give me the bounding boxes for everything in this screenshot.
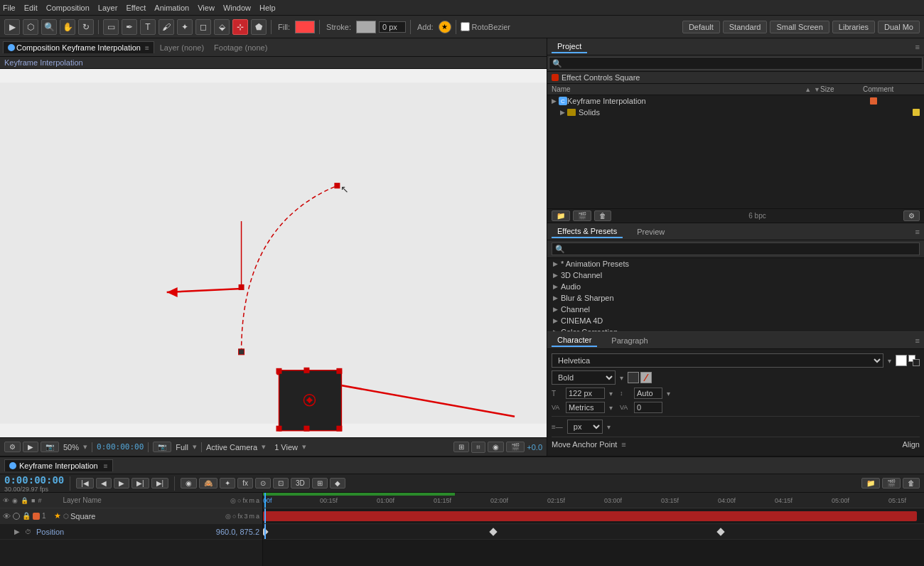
size-arrow[interactable]: ▾ bbox=[609, 390, 613, 397]
workspace-small[interactable]: Small Screen bbox=[770, 21, 829, 33]
timeline-menu-icon[interactable]: ≡ bbox=[104, 462, 108, 470]
delete-item-btn[interactable]: 🗑 bbox=[594, 210, 611, 221]
render-btn[interactable]: 🎬 bbox=[506, 442, 525, 452]
text-color-swatch[interactable] bbox=[896, 355, 907, 366]
tracking-input[interactable] bbox=[634, 388, 662, 399]
comp-tab-main[interactable]: Composition Keyframe Interpolation ≡ bbox=[3, 41, 154, 53]
effects-menu-icon[interactable]: ≡ bbox=[915, 228, 920, 236]
tab-character[interactable]: Character bbox=[552, 334, 597, 347]
btn-go-start[interactable]: |◀ bbox=[76, 478, 94, 488]
grid-btn[interactable]: ⊞ bbox=[453, 442, 469, 452]
add-button[interactable]: ★ bbox=[439, 21, 451, 33]
units-arrow[interactable]: ▾ bbox=[607, 423, 611, 431]
menu-layer[interactable]: Layer bbox=[98, 4, 118, 12]
tool-roto[interactable]: ⬙ bbox=[214, 19, 230, 35]
btn-fx[interactable]: fx bbox=[237, 478, 253, 488]
font-size-input[interactable] bbox=[566, 388, 605, 399]
font-style-select[interactable]: Bold bbox=[552, 370, 616, 385]
zoom-dropdown-icon[interactable]: ▾ bbox=[83, 442, 87, 452]
units-select[interactable]: px bbox=[567, 420, 603, 434]
font-style-arrow[interactable]: ▾ bbox=[620, 374, 623, 382]
hdr-fx-ctrl[interactable]: fx bbox=[242, 497, 247, 504]
menu-file[interactable]: File bbox=[3, 4, 16, 12]
btn-keys[interactable]: ◆ bbox=[330, 478, 345, 488]
effect-audio[interactable]: ▶ Audio bbox=[547, 281, 924, 292]
menu-effect[interactable]: Effect bbox=[126, 4, 146, 12]
playhead[interactable] bbox=[264, 493, 266, 508]
track-position-row[interactable] bbox=[263, 524, 924, 540]
tool-camera-rotate[interactable]: ↻ bbox=[78, 19, 94, 35]
track-square-row[interactable] bbox=[263, 508, 924, 524]
quality-dropdown[interactable]: ▾ bbox=[193, 442, 197, 452]
prop-expand[interactable]: ▶ bbox=[14, 528, 20, 535]
effect-blur[interactable]: ▶ Blur & Sharpen bbox=[547, 292, 924, 304]
prop-stopwatch-icon[interactable]: ⏱ bbox=[25, 528, 31, 535]
btn-3d[interactable]: 3D bbox=[291, 478, 310, 488]
no-fill-swatch[interactable]: ⁄ bbox=[640, 372, 652, 383]
expand-comp[interactable]: ▶ bbox=[552, 97, 557, 105]
layer-track-bar[interactable] bbox=[263, 511, 917, 521]
btn-next-frame[interactable]: ▶| bbox=[131, 478, 149, 488]
move-anchor-menu[interactable]: ≡ bbox=[621, 440, 625, 449]
metrics-arrow[interactable]: ▾ bbox=[609, 404, 613, 412]
tool-brush[interactable]: 🖌 bbox=[159, 19, 174, 35]
comp-preview-btn[interactable]: ▶ bbox=[23, 442, 38, 452]
effects-search-input[interactable] bbox=[552, 242, 920, 255]
project-settings-btn[interactable]: ⚙ bbox=[903, 210, 920, 221]
menu-animation[interactable]: Animation bbox=[154, 4, 189, 12]
comp-camera-btn[interactable]: 📷 bbox=[153, 442, 171, 452]
tab-project[interactable]: Project bbox=[552, 41, 587, 53]
tracking-arrow[interactable]: ▾ bbox=[667, 390, 670, 397]
font-family-arrow[interactable]: ▾ bbox=[888, 357, 891, 365]
tool-eraser[interactable]: ◻ bbox=[195, 19, 211, 35]
btn-play[interactable]: ▶ bbox=[114, 478, 129, 488]
expand-solids[interactable]: ▶ bbox=[560, 109, 565, 116]
menu-edit[interactable]: Edit bbox=[24, 4, 38, 12]
project-search-input[interactable] bbox=[549, 57, 923, 70]
layer-row-square[interactable]: 👁 🔒 1 ★ ⬡ Square ◎ ○ fx 3 m a bbox=[0, 508, 262, 524]
comp-snapshot-btn[interactable]: 📷 bbox=[41, 442, 59, 452]
views-dropdown[interactable]: ▾ bbox=[302, 442, 306, 452]
tool-hand[interactable]: ✋ bbox=[60, 19, 75, 35]
btn-delete[interactable]: 🗑 bbox=[903, 478, 920, 488]
btn-prev-frame[interactable]: ◀ bbox=[96, 478, 112, 488]
hdr-adj-ctrl[interactable]: a bbox=[256, 497, 259, 504]
layer-eye[interactable]: 👁 bbox=[3, 512, 11, 520]
tab-preview[interactable]: Preview bbox=[631, 226, 670, 237]
btn-new-folder[interactable]: 📁 bbox=[861, 478, 880, 488]
tool-selection[interactable]: ▶ bbox=[4, 19, 20, 35]
layer-label-color[interactable] bbox=[33, 513, 40, 520]
kerning-input[interactable] bbox=[634, 402, 662, 413]
tab-effects[interactable]: Effects & Presets bbox=[552, 225, 623, 238]
effect-color-correction[interactable]: ▶ Color Correction bbox=[547, 326, 924, 331]
camera-dropdown[interactable]: ▾ bbox=[262, 442, 266, 452]
col-sort2[interactable]: ▼ bbox=[814, 86, 820, 93]
tab-paragraph[interactable]: Paragraph bbox=[606, 335, 653, 346]
stroke-color[interactable] bbox=[356, 21, 376, 33]
workspace-dual[interactable]: Dual Mo bbox=[878, 21, 920, 33]
layer-star[interactable]: ★ bbox=[54, 511, 61, 520]
layer-solo-icon[interactable]: ◎ bbox=[225, 513, 231, 520]
layer-adj-icon[interactable]: a bbox=[256, 513, 259, 520]
prop-value[interactable]: 960.0, 875.2 bbox=[216, 528, 259, 536]
btn-new-comp[interactable]: 🎬 bbox=[882, 478, 901, 488]
metrics-input[interactable] bbox=[566, 402, 605, 413]
effect-channel[interactable]: ▶ Channel bbox=[547, 304, 924, 315]
new-comp-btn[interactable]: 🎬 bbox=[573, 210, 591, 221]
mask-btn[interactable]: ◉ bbox=[488, 442, 504, 452]
menu-help[interactable]: Help bbox=[259, 4, 276, 12]
comp-tab-layer[interactable]: Layer (none) bbox=[156, 42, 208, 53]
btn-adj[interactable]: ⊡ bbox=[273, 478, 289, 488]
workspace-libraries[interactable]: Libraries bbox=[832, 21, 875, 33]
menu-view[interactable]: View bbox=[198, 4, 215, 12]
workspace-standard[interactable]: Standard bbox=[723, 21, 768, 33]
char-menu-icon[interactable]: ≡ bbox=[915, 336, 920, 345]
hdr-shy-ctrl[interactable]: ○ bbox=[237, 497, 241, 504]
tool-pen-select[interactable]: ⬡ bbox=[23, 19, 38, 35]
project-menu-icon[interactable]: ≡ bbox=[915, 43, 920, 51]
layer-solo[interactable] bbox=[13, 513, 20, 520]
hdr-solo-ctrl[interactable]: ◎ bbox=[230, 497, 236, 504]
layer-lock[interactable]: 🔒 bbox=[22, 512, 31, 520]
new-folder-btn[interactable]: 📁 bbox=[552, 210, 570, 221]
btn-motion[interactable]: ⊙ bbox=[255, 478, 271, 488]
